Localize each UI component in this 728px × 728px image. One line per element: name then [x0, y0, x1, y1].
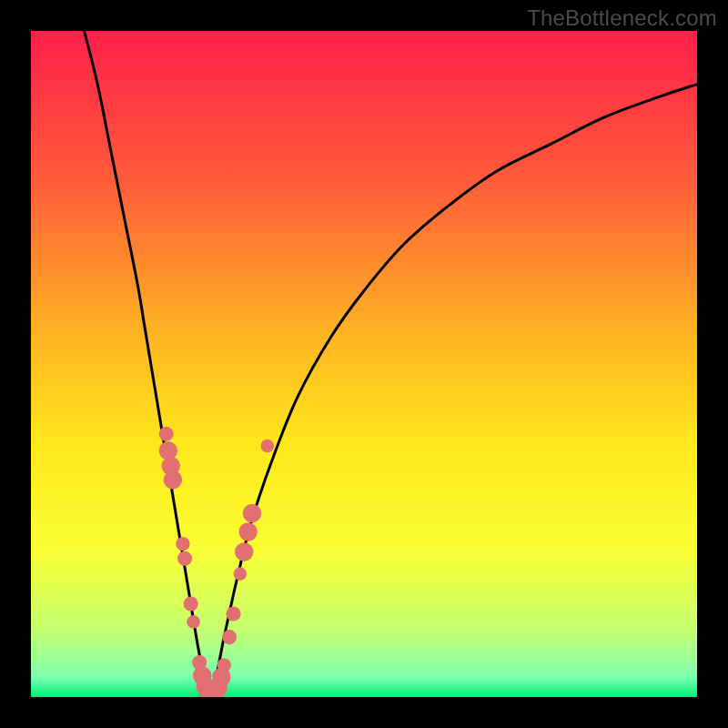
scatter-dot — [235, 542, 253, 561]
plot-area — [31, 31, 697, 697]
chart-svg — [31, 31, 697, 697]
scatter-dot — [177, 551, 192, 566]
scatter-dot — [243, 504, 261, 522]
scatter-dot — [238, 522, 257, 541]
gradient-background — [31, 31, 697, 697]
scatter-dot — [217, 658, 231, 672]
scatter-dot — [226, 606, 240, 621]
scatter-dot — [261, 440, 275, 453]
scatter-dot — [234, 567, 248, 581]
watermark-text: TheBottleneck.com — [527, 5, 717, 31]
scatter-dot — [222, 630, 237, 644]
scatter-dot — [176, 537, 189, 551]
scatter-dot — [159, 427, 174, 441]
scatter-dot — [187, 615, 200, 629]
outer-frame: TheBottleneck.com — [0, 0, 728, 728]
scatter-dot — [184, 596, 198, 611]
scatter-dot — [164, 470, 182, 489]
